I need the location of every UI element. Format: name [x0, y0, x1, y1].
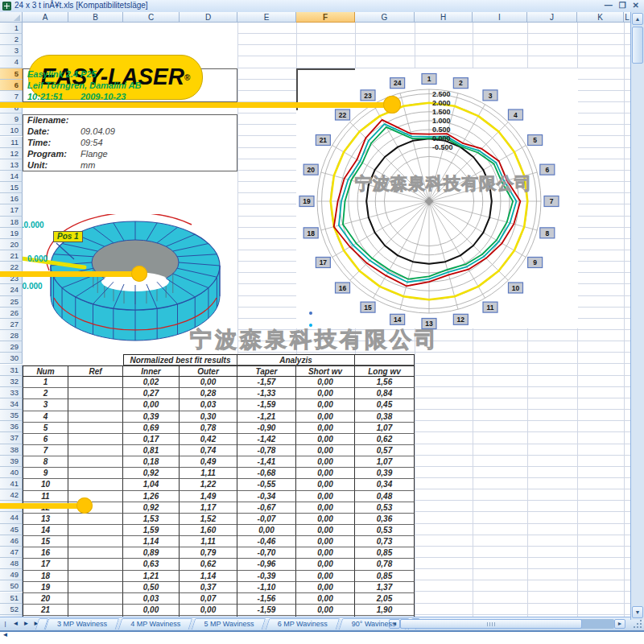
row-header-45[interactable]: 45	[0, 524, 23, 535]
table-cell[interactable]: -1,59	[237, 605, 296, 616]
table-cell[interactable]: 1	[23, 377, 68, 388]
table-cell[interactable]	[68, 491, 123, 502]
table-cell[interactable]: 0,92	[123, 468, 180, 479]
row-header-3[interactable]: 3	[0, 45, 23, 56]
row-header-51[interactable]: 51	[0, 592, 23, 604]
table-cell[interactable]: 13	[23, 514, 68, 525]
table-cell[interactable]	[68, 582, 123, 593]
table-cell[interactable]: 20	[23, 593, 68, 605]
table-cell[interactable]: 18	[23, 571, 68, 582]
table-cell[interactable]: 1,11	[180, 468, 237, 479]
table-cell[interactable]: 0,00	[296, 456, 355, 468]
row-header-32[interactable]: 32	[0, 376, 23, 387]
table-cell[interactable]: 0,00	[296, 559, 355, 570]
table-cell[interactable]: 1,56	[355, 377, 415, 388]
table-cell[interactable]: -1,41	[237, 456, 296, 468]
table-cell[interactable]: 1,21	[123, 571, 180, 582]
table-cell[interactable]: 0,00	[296, 536, 355, 547]
row-header-24[interactable]: 24	[0, 284, 23, 295]
table-cell[interactable]: 19	[23, 582, 68, 593]
column-header-J[interactable]: J	[527, 12, 577, 23]
table-cell[interactable]: -1,42	[237, 434, 296, 445]
table-cell[interactable]: 0,00	[296, 468, 355, 479]
table-cell[interactable]: 1,60	[180, 525, 237, 536]
column-header-C[interactable]: C	[123, 12, 180, 23]
table-cell[interactable]: 0,30	[180, 411, 237, 423]
table-cell[interactable]: 0,00	[296, 582, 355, 593]
table-cell[interactable]: 0,62	[180, 559, 237, 570]
table-cell[interactable]: 2,05	[355, 593, 415, 605]
hscroll-thumb[interactable]	[400, 619, 582, 629]
table-cell[interactable]: 0,78	[180, 423, 237, 434]
table-cell[interactable]: -0,70	[237, 547, 296, 559]
table-cell[interactable]: 0,03	[180, 399, 237, 411]
table-cell[interactable]: 0,84	[355, 388, 415, 399]
row-header-38[interactable]: 38	[0, 444, 23, 456]
vertical-scrollbar[interactable]: ▲ ▼	[630, 12, 644, 620]
table-cell[interactable]: 4	[23, 411, 68, 423]
table-cell[interactable]: 0,49	[180, 456, 237, 468]
table-cell[interactable]: 0,53	[355, 525, 415, 536]
table-cell[interactable]: 15	[23, 536, 68, 547]
table-cell[interactable]: 2	[23, 388, 68, 399]
tab-nav-button[interactable]: ◄	[12, 618, 19, 641]
row-header-47[interactable]: 47	[0, 547, 23, 558]
table-cell[interactable]: 1,53	[123, 514, 180, 525]
row-header-16[interactable]: 16	[0, 193, 23, 204]
table-cell[interactable]	[68, 514, 123, 525]
table-cell[interactable]	[68, 559, 123, 570]
row-header-25[interactable]: 25	[0, 296, 23, 308]
table-cell[interactable]: -1,21	[237, 411, 296, 423]
sheet-tab-label[interactable]: 5 MP Waviness	[193, 618, 264, 630]
table-cell[interactable]: 9	[23, 468, 68, 479]
row-header-34[interactable]: 34	[0, 398, 23, 410]
table-cell[interactable]: -0,39	[237, 571, 296, 582]
table-cell[interactable]: 0,28	[180, 388, 237, 399]
row-header-40[interactable]: 40	[0, 467, 23, 478]
table-cell[interactable]	[68, 434, 123, 445]
table-cell[interactable]	[68, 411, 123, 423]
table-cell[interactable]: 10	[23, 479, 68, 490]
table-cell[interactable]	[68, 479, 123, 490]
table-cell[interactable]: 0,00	[296, 502, 355, 514]
table-cell[interactable]: 0,00	[296, 411, 355, 423]
table-cell[interactable]: 0,00	[296, 399, 355, 411]
sheet-tab-label[interactable]: 4 MP Waviness	[120, 618, 191, 630]
table-cell[interactable]: 1,52	[180, 514, 237, 525]
table-cell[interactable]: 0,37	[180, 582, 237, 593]
table-cell[interactable]: 0,38	[355, 411, 415, 423]
table-cell[interactable]: -1,10	[237, 582, 296, 593]
row-header-18[interactable]: 18	[0, 217, 23, 228]
table-cell[interactable]: 0,85	[355, 571, 415, 582]
table-cell[interactable]: 1,59	[123, 525, 180, 536]
row-header-28[interactable]: 28	[0, 330, 23, 341]
table-cell[interactable]: 0,85	[355, 547, 415, 559]
row-header-14[interactable]: 14	[0, 171, 23, 182]
row-header-9[interactable]: 9	[0, 114, 23, 125]
column-header-B[interactable]: B	[68, 12, 123, 23]
column-header-H[interactable]: H	[415, 12, 473, 23]
table-cell[interactable]: 1,11	[180, 536, 237, 547]
table-cell[interactable]	[68, 547, 123, 559]
minimize-button[interactable]: —	[605, 1, 613, 10]
table-cell[interactable]	[68, 388, 123, 399]
row-header-48[interactable]: 48	[0, 558, 23, 569]
row-header-42[interactable]: 42	[0, 489, 23, 501]
table-cell[interactable]: 0,00	[237, 525, 296, 536]
column-header-K[interactable]: K	[577, 12, 624, 23]
row-header-6[interactable]: 6	[0, 80, 23, 91]
row-header-19[interactable]: 19	[0, 228, 23, 239]
table-cell[interactable]: 0,78	[355, 559, 415, 570]
sheet-tab-label[interactable]: 90° Waviness	[341, 618, 407, 630]
table-cell[interactable]: 1,14	[180, 571, 237, 582]
scroll-down-button[interactable]: ▼	[632, 606, 643, 618]
table-cell[interactable]: 0,92	[123, 502, 180, 514]
table-cell[interactable]: 7	[23, 445, 68, 456]
table-cell[interactable]: 0,63	[123, 559, 180, 570]
table-cell[interactable]: 0,00	[123, 605, 180, 616]
table-cell[interactable]: 1,17	[180, 502, 237, 514]
table-cell[interactable]: 0,00	[296, 388, 355, 399]
table-cell[interactable]: 0,48	[355, 491, 415, 502]
row-header-27[interactable]: 27	[0, 319, 23, 330]
table-cell[interactable]: -1,33	[237, 388, 296, 399]
